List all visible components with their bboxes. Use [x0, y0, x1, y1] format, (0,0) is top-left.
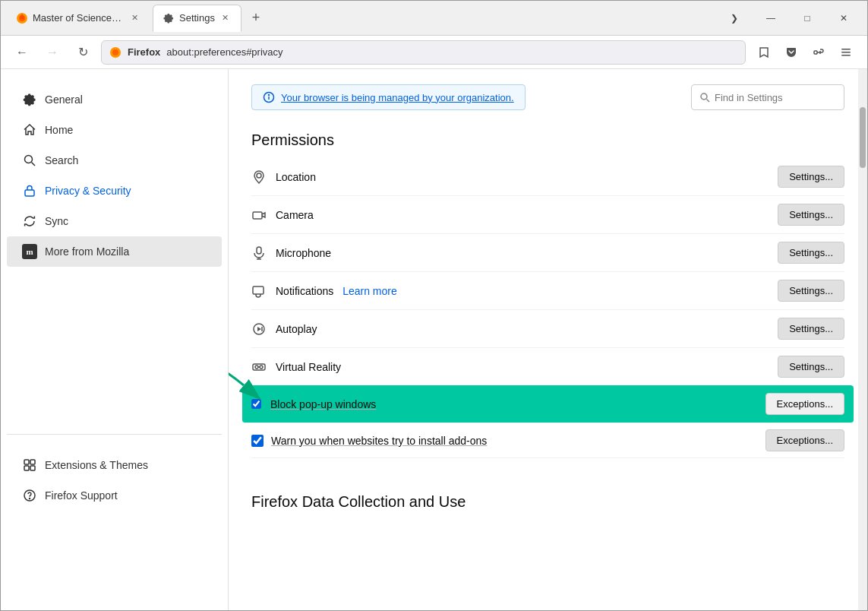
- tab-master-label: Master of Science in Applied B...: [33, 12, 124, 24]
- permission-row-microphone: Microphone Settings...: [251, 234, 844, 272]
- reload-button[interactable]: ↻: [71, 40, 95, 65]
- svg-point-31: [260, 366, 263, 369]
- svg-point-22: [257, 173, 261, 178]
- svg-point-8: [25, 156, 33, 163]
- svg-rect-12: [30, 460, 35, 464]
- sidebar: General Home Search: [1, 69, 229, 610]
- sidebar-item-home[interactable]: Home: [7, 115, 222, 145]
- permission-row-location: Location Settings...: [251, 158, 844, 196]
- svg-point-30: [255, 366, 258, 369]
- find-settings-text[interactable]: [715, 92, 836, 103]
- nav-icons: [752, 40, 858, 65]
- hamburger-menu-button[interactable]: [834, 40, 858, 65]
- permission-camera-label: Camera: [276, 209, 769, 221]
- notifications-settings-button[interactable]: Settings...: [778, 280, 844, 302]
- sidebar-item-extensions-label: Extensions & Themes: [45, 459, 148, 471]
- sidebar-item-privacy-label: Privacy & Security: [45, 185, 131, 197]
- block-popups-label: Block pop-up windows: [270, 398, 756, 410]
- block-popups-checkbox[interactable]: [251, 399, 261, 409]
- sidebar-item-mozilla-label: More from Mozilla: [45, 245, 129, 258]
- find-search-icon: [699, 92, 710, 103]
- autoplay-icon: [251, 321, 267, 337]
- sidebar-item-extensions[interactable]: Extensions & Themes: [7, 450, 222, 480]
- autoplay-settings-button[interactable]: Settings...: [778, 318, 844, 340]
- permissions-list: Location Settings... Camera Settings...: [251, 158, 844, 385]
- svg-rect-4: [814, 51, 817, 54]
- permission-row-warn-addons: Warn you when websites try to install ad…: [251, 423, 844, 458]
- notifications-learn-more-link[interactable]: Learn more: [342, 285, 397, 297]
- location-settings-button[interactable]: Settings...: [778, 166, 844, 188]
- sidebar-item-search[interactable]: Search: [7, 145, 222, 176]
- sidebar-item-support-label: Firefox Support: [45, 489, 118, 502]
- forward-button[interactable]: →: [40, 40, 65, 65]
- permission-row-autoplay: Autoplay Settings...: [251, 310, 844, 348]
- sidebar-bottom: Extensions & Themes Firefox Support: [7, 434, 222, 511]
- navbar: ← → ↻ Firefox about:preferences#privacy: [1, 36, 867, 69]
- sidebar-item-privacy[interactable]: Privacy & Security: [7, 176, 222, 206]
- scrollbar-thumb[interactable]: [860, 107, 866, 168]
- site-name: Firefox: [128, 46, 160, 58]
- sync-icon: [22, 214, 37, 229]
- chevron-down-button[interactable]: ❯: [717, 6, 752, 30]
- svg-rect-6: [841, 52, 851, 53]
- tab-settings[interactable]: Settings ✕: [153, 5, 241, 32]
- maximize-button[interactable]: □: [790, 6, 825, 30]
- vr-settings-button[interactable]: Settings...: [778, 356, 844, 378]
- sidebar-item-mozilla[interactable]: m More from Mozilla: [7, 236, 222, 267]
- svg-rect-23: [253, 212, 262, 219]
- pocket-button[interactable]: [779, 40, 803, 65]
- svg-rect-27: [253, 287, 264, 294]
- sidebar-item-general[interactable]: General: [7, 84, 222, 115]
- bookmark-button[interactable]: [752, 40, 776, 65]
- help-icon: [22, 488, 37, 503]
- url-text: about:preferences#privacy: [166, 46, 282, 58]
- svg-point-3: [112, 49, 118, 55]
- microphone-icon: [251, 245, 267, 261]
- warn-addons-label: Warn you when websites try to install ad…: [271, 435, 487, 447]
- sidebar-item-support[interactable]: Firefox Support: [7, 480, 222, 511]
- permission-microphone-label: Microphone: [276, 247, 769, 259]
- svg-rect-10: [25, 190, 34, 196]
- lock-icon: [22, 183, 37, 198]
- block-popups-exceptions-button[interactable]: Exceptions...: [765, 393, 844, 415]
- address-bar[interactable]: Firefox about:preferences#privacy: [101, 40, 746, 65]
- warn-addons-checkbox[interactable]: [251, 435, 264, 447]
- search-icon: [22, 153, 37, 168]
- location-icon: [251, 169, 267, 185]
- permissions-title: Permissions: [251, 131, 844, 149]
- permission-row-block-popups: Block pop-up windows Exceptions...: [242, 385, 854, 423]
- sidebar-item-search-label: Search: [45, 154, 78, 166]
- titlebar: Master of Science in Applied B... ✕ Sett…: [1, 1, 867, 36]
- firefox-tab-icon: [16, 12, 28, 24]
- tab-settings-close[interactable]: ✕: [219, 12, 232, 24]
- tab-master[interactable]: Master of Science in Applied B... ✕: [7, 5, 150, 32]
- permission-row-notifications: Notifications Learn more Settings...: [251, 272, 844, 310]
- window-controls: ❯ — □ ✕: [717, 6, 861, 30]
- back-button[interactable]: ←: [10, 40, 34, 65]
- microphone-settings-button[interactable]: Settings...: [778, 242, 844, 264]
- svg-rect-5: [841, 49, 851, 50]
- camera-icon: [251, 207, 267, 223]
- svg-rect-14: [30, 466, 35, 470]
- camera-settings-button[interactable]: Settings...: [778, 204, 844, 226]
- home-icon: [22, 122, 37, 138]
- scrollbar-track[interactable]: [858, 69, 867, 610]
- permission-notifications-label: Notifications Learn more: [276, 285, 769, 297]
- gear-tab-icon: [163, 12, 175, 24]
- new-tab-button[interactable]: +: [245, 7, 267, 30]
- svg-rect-11: [24, 460, 29, 464]
- mozilla-icon: m: [22, 244, 37, 259]
- managed-notice-link[interactable]: Your browser is being managed by your or…: [281, 92, 514, 103]
- warn-addons-exceptions-button[interactable]: Exceptions...: [765, 429, 844, 451]
- permission-row-camera: Camera Settings...: [251, 196, 844, 234]
- tab-master-close[interactable]: ✕: [128, 12, 140, 24]
- main-panel: Your browser is being managed by your or…: [229, 69, 867, 610]
- permission-row-vr: Virtual Reality Settings...: [251, 348, 844, 385]
- find-settings-input[interactable]: [691, 84, 844, 110]
- close-button[interactable]: ✕: [826, 6, 861, 30]
- extensions-nav-button[interactable]: [806, 40, 831, 65]
- data-collection-title: Firefox Data Collection and Use: [251, 493, 844, 511]
- sidebar-item-sync[interactable]: Sync: [7, 206, 222, 236]
- managed-notice: Your browser is being managed by your or…: [251, 84, 526, 110]
- minimize-button[interactable]: —: [753, 6, 788, 30]
